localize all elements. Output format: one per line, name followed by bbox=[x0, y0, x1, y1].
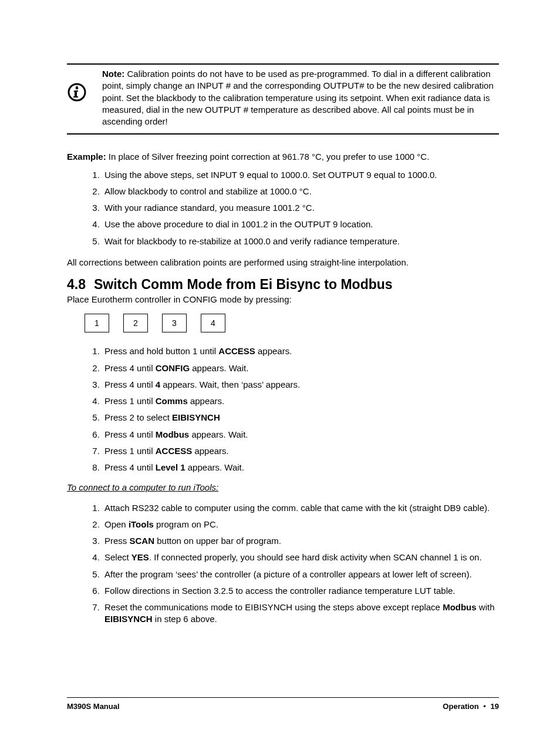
list-item: Press 4 until 4 appears. Wait, then ‘pas… bbox=[102, 379, 499, 391]
list-item: Follow directions in Section 3.2.5 to ac… bbox=[102, 585, 499, 597]
example-steps: Using the above steps, set INPUT 9 equal… bbox=[67, 169, 499, 247]
section-intro: Place Eurotherm controller in CONFIG mod… bbox=[67, 294, 499, 305]
list-item: Press 1 until Comms appears. bbox=[102, 395, 499, 407]
list-item: Press 4 until Level 1 appears. Wait. bbox=[102, 462, 499, 473]
list-item: Allow blackbody to control and stabilize… bbox=[102, 186, 499, 197]
section-heading: 4.8Switch Comm Mode from Ei Bisync to Mo… bbox=[67, 275, 499, 294]
button-box-2: 2 bbox=[123, 314, 148, 332]
list-item: Open iTools program on PC. bbox=[102, 519, 499, 530]
list-item: Press 1 until ACCESS appears. bbox=[102, 445, 499, 457]
example-line: Example: In place of Silver freezing poi… bbox=[67, 151, 499, 163]
button-box-3: 3 bbox=[162, 314, 187, 332]
list-item: After the program ‘sees’ the controller … bbox=[102, 569, 499, 580]
note-text: Note: Calibration points do not have to … bbox=[102, 68, 499, 127]
button-row: 1 2 3 4 bbox=[85, 314, 499, 332]
button-box-4: 4 bbox=[201, 314, 225, 332]
list-item: With your radiance standard, you measure… bbox=[102, 202, 499, 214]
itools-subhead: To connect to a computer to run iTools: bbox=[67, 482, 499, 493]
list-item: Press SCAN button on upper bar of progra… bbox=[102, 535, 499, 547]
list-item: Press 4 until Modbus appears. Wait. bbox=[102, 429, 499, 441]
footer-right: Operation • 19 bbox=[443, 701, 499, 712]
note-block: Note: Calibration points do not have to … bbox=[67, 63, 499, 135]
config-steps: Press and hold button 1 until ACCESS app… bbox=[67, 345, 499, 473]
page-footer: M390S Manual Operation • 19 bbox=[67, 697, 499, 712]
list-item: Attach RS232 cable to computer using the… bbox=[102, 502, 499, 514]
example-label: Example: bbox=[67, 152, 106, 162]
list-item: Reset the communications mode to EIBISYN… bbox=[102, 601, 499, 626]
itools-steps: Attach RS232 cable to computer using the… bbox=[67, 502, 499, 626]
note-body: Calibration points do not have to be use… bbox=[102, 69, 494, 126]
list-item: Wait for blackbody to re-stabilize at 10… bbox=[102, 236, 499, 247]
interpolation-note: All corrections between calibration poin… bbox=[67, 257, 499, 268]
section-title: Switch Comm Mode from Ei Bisync to Modbu… bbox=[94, 277, 393, 292]
footer-left: M390S Manual bbox=[67, 701, 120, 712]
list-item: Press 4 until CONFIG appears. Wait. bbox=[102, 362, 499, 374]
list-item: Press 2 to select EIBISYNCH bbox=[102, 412, 499, 424]
list-item: Using the above steps, set INPUT 9 equal… bbox=[102, 169, 499, 181]
example-body: In place of Silver freezing point correc… bbox=[106, 152, 430, 162]
list-item: Press and hold button 1 until ACCESS app… bbox=[102, 345, 499, 357]
note-label: Note: bbox=[102, 69, 124, 79]
svg-point-1 bbox=[76, 87, 79, 90]
list-item: Select YES. If connected properly, you s… bbox=[102, 552, 499, 563]
list-item: Use the above procedure to dial in 1001.… bbox=[102, 219, 499, 230]
info-icon bbox=[67, 68, 102, 102]
section-number: 4.8 bbox=[67, 277, 86, 292]
button-box-1: 1 bbox=[85, 314, 109, 332]
